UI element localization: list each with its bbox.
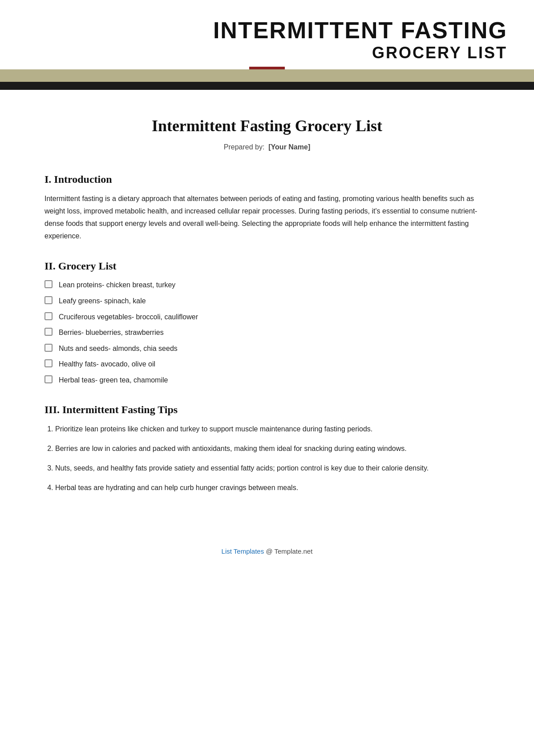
grocery-item-text: Berries- blueberries, strawberries <box>59 327 164 338</box>
dark-divider <box>0 82 534 90</box>
introduction-heading: I. Introduction <box>44 173 490 185</box>
footer-link-suffix: @ Template.net <box>266 547 312 555</box>
tips-list-item: Herbal teas are hydrating and can help c… <box>55 482 490 494</box>
checkbox-icon[interactable] <box>44 359 53 367</box>
grocery-item-text: Herbal teas- green tea, chamomile <box>59 374 168 386</box>
grocery-list: Lean proteins- chicken breast, turkeyLea… <box>44 279 490 386</box>
checkbox-icon[interactable] <box>44 375 53 383</box>
header-title-main: INTERMITTENT FASTING <box>27 18 507 43</box>
document-title: Intermittent Fasting Grocery List <box>44 117 490 135</box>
checkbox-icon[interactable] <box>44 328 53 336</box>
grocery-item-text: Leafy greens- spinach, kale <box>59 295 146 307</box>
checkbox-icon[interactable] <box>44 344 53 352</box>
grocery-list-item: Herbal teas- green tea, chamomile <box>44 374 490 386</box>
introduction-body: Intermittent fasting is a dietary approa… <box>44 193 490 242</box>
prepared-name: [Your Name] <box>268 143 310 151</box>
grocery-item-text: Cruciferous vegetables- broccoli, caulif… <box>59 311 198 323</box>
grocery-item-text: Lean proteins- chicken breast, turkey <box>59 279 175 291</box>
grocery-list-item: Leafy greens- spinach, kale <box>44 295 490 307</box>
grocery-list-item: Cruciferous vegetables- broccoli, caulif… <box>44 311 490 323</box>
footer: List Templates @ Template.net <box>0 539 534 568</box>
olive-divider <box>0 69 534 82</box>
tips-list-item: Berries are low in calories and packed w… <box>55 442 490 455</box>
tips-list-item: Prioritize lean proteins like chicken an… <box>55 423 490 435</box>
tips-list-item: Nuts, seeds, and healthy fats provide sa… <box>55 462 490 475</box>
tips-heading: III. Intermittent Fasting Tips <box>44 404 490 416</box>
tips-section: III. Intermittent Fasting Tips Prioritiz… <box>44 404 490 494</box>
grocery-list-section: II. Grocery List Lean proteins- chicken … <box>44 260 490 386</box>
grocery-list-item: Berries- blueberries, strawberries <box>44 327 490 338</box>
grocery-list-item: Lean proteins- chicken breast, turkey <box>44 279 490 291</box>
grocery-list-heading: II. Grocery List <box>44 260 490 272</box>
grocery-item-text: Healthy fats- avocado, olive oil <box>59 358 155 370</box>
content-area: Intermittent Fasting Grocery List Prepar… <box>0 90 534 538</box>
grocery-item-text: Nuts and seeds- almonds, chia seeds <box>59 343 178 354</box>
grocery-list-item: Healthy fats- avocado, olive oil <box>44 358 490 370</box>
checkbox-icon[interactable] <box>44 312 53 320</box>
tips-list: Prioritize lean proteins like chicken an… <box>44 423 490 494</box>
checkbox-icon[interactable] <box>44 296 53 304</box>
prepared-by-line: Prepared by: [Your Name] <box>44 143 490 151</box>
header-dividers <box>0 67 534 90</box>
footer-link[interactable]: List Templates <box>222 547 264 555</box>
header-title-sub: GROCERY LIST <box>27 43 507 62</box>
checkbox-icon[interactable] <box>44 280 53 288</box>
introduction-section: I. Introduction Intermittent fasting is … <box>44 173 490 242</box>
grocery-list-item: Nuts and seeds- almonds, chia seeds <box>44 343 490 354</box>
prepared-label: Prepared by: <box>224 143 265 151</box>
header: INTERMITTENT FASTING GROCERY LIST <box>0 0 534 62</box>
